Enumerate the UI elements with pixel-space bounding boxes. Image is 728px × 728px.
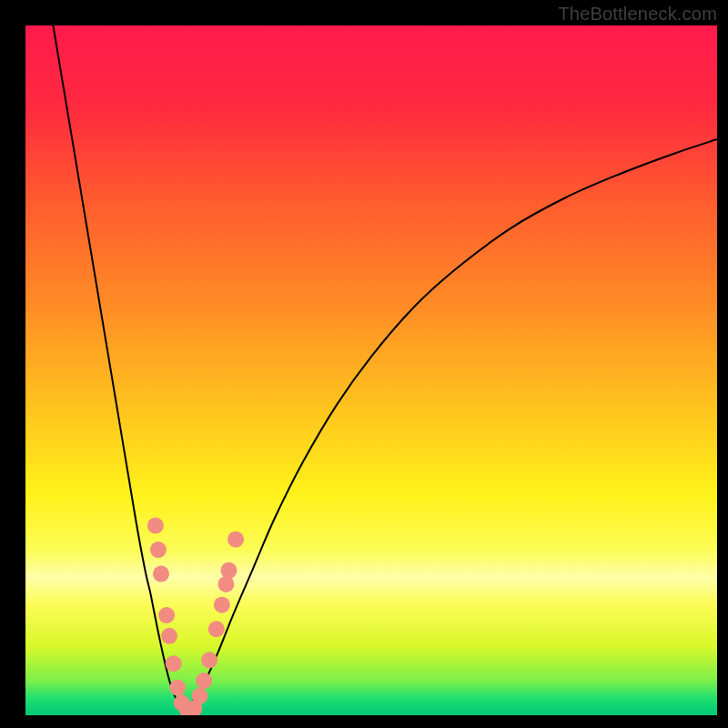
marker-bead	[169, 680, 186, 696]
watermark-text: TheBottleneck.com	[558, 4, 717, 25]
marker-bead	[201, 652, 217, 668]
outer-frame: TheBottleneck.com	[0, 0, 728, 728]
marker-bead	[158, 607, 175, 623]
marker-bead	[217, 576, 234, 592]
marker-bead	[208, 621, 225, 637]
marker-bead	[220, 562, 237, 579]
marker-bead	[153, 566, 169, 582]
marker-bead	[196, 672, 212, 689]
curve-right-branch	[185, 139, 717, 710]
marker-bead	[214, 597, 230, 613]
curve-left-branch	[53, 25, 184, 710]
marker-bead	[161, 628, 177, 644]
chart-svg	[25, 25, 717, 715]
marker-bead	[147, 518, 164, 534]
marker-bead	[150, 541, 167, 558]
marker-bead	[192, 688, 208, 704]
marker-bead	[166, 655, 182, 672]
plot-area	[25, 25, 717, 715]
marker-bead	[228, 531, 244, 548]
